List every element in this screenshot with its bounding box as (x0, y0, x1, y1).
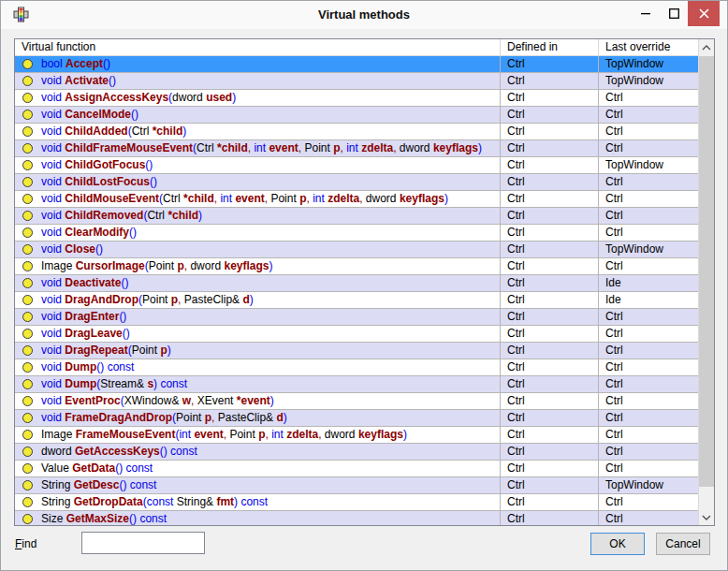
list-item[interactable]: String GetDropData(const String& fmt) co… (15, 494, 698, 511)
defined-in-cell: Ctrl (500, 56, 598, 72)
list-item[interactable]: void Dump(Stream& s) constCtrlCtrl (15, 376, 698, 393)
list-item[interactable]: void Close()CtrlTopWindow (15, 242, 698, 258)
defined-in-cell: Ctrl (500, 191, 598, 207)
window-title: Virtual methods (1, 1, 727, 29)
method-icon (22, 480, 33, 490)
method-icon (22, 93, 33, 103)
method-signature: Value GetData() const (41, 461, 153, 476)
virtual-function-cell: void Activate() (15, 73, 500, 89)
defined-in-cell: Ctrl (500, 157, 598, 173)
chevron-down-icon (702, 515, 711, 520)
close-button[interactable] (688, 1, 720, 26)
list-item[interactable]: void DragLeave()CtrlCtrl (15, 326, 698, 343)
method-signature: void ClearModify() (41, 225, 137, 241)
last-override-cell: Ctrl (598, 393, 698, 409)
list-item[interactable]: void CancelMode()CtrlCtrl (15, 107, 698, 124)
list-item[interactable]: void ChildGotFocus()CtrlTopWindow (15, 157, 698, 174)
last-override-cell: Ctrl (598, 191, 698, 207)
column-header-virtual-function[interactable]: Virtual function (15, 39, 500, 55)
last-override-cell: TopWindow (598, 73, 698, 89)
list-item[interactable]: Image FrameMouseEvent(int event, Point p… (15, 427, 698, 444)
list-item[interactable]: void Activate()CtrlTopWindow (15, 73, 698, 90)
list-item[interactable]: dword GetAccessKeys() constCtrlCtrl (15, 444, 698, 461)
method-icon (22, 143, 33, 154)
list-item[interactable]: void FrameDragAndDrop(Point p, PasteClip… (15, 410, 698, 427)
method-icon (22, 413, 33, 423)
last-override-cell: Ctrl (598, 359, 698, 375)
vertical-scrollbar[interactable] (698, 39, 714, 525)
defined-in-cell: Ctrl (500, 326, 598, 342)
last-override-cell: Ctrl (598, 444, 698, 460)
method-icon (22, 514, 33, 524)
scrollbar-down-button[interactable] (699, 509, 714, 525)
virtual-function-cell: void CancelMode() (15, 107, 500, 123)
last-override-cell: TopWindow (598, 157, 698, 173)
last-override-cell: Ctrl (598, 124, 698, 139)
virtual-methods-list: Virtual function Defined in Last overrid… (14, 38, 715, 526)
last-override-cell: TopWindow (598, 477, 698, 493)
list-item[interactable]: void ChildFrameMouseEvent(Ctrl *child, i… (15, 140, 698, 157)
defined-in-cell: Ctrl (500, 90, 598, 106)
virtual-function-cell: Image CursorImage(Point p, dword keyflag… (15, 258, 500, 274)
list-item[interactable]: Image CursorImage(Point p, dword keyflag… (15, 258, 698, 275)
list-item[interactable]: void DragEnter()CtrlCtrl (15, 309, 698, 326)
scrollbar-up-button[interactable] (699, 39, 714, 55)
last-override-cell: Ctrl (598, 326, 698, 342)
last-override-cell: Ctrl (598, 140, 698, 156)
column-header-defined-in[interactable]: Defined in (500, 39, 598, 55)
list-item[interactable]: void AssignAccessKeys(dword used)CtrlCtr… (15, 90, 698, 107)
list-item[interactable]: String GetDesc() constCtrlTopWindow (15, 477, 698, 494)
method-icon (22, 59, 33, 69)
method-signature: void ChildFrameMouseEvent(Ctrl *child, i… (41, 140, 482, 156)
method-icon (22, 211, 33, 221)
method-icon (22, 463, 33, 474)
last-override-cell: Ctrl (598, 107, 698, 123)
virtual-function-cell: void FrameDragAndDrop(Point p, PasteClip… (15, 410, 500, 426)
list-item[interactable]: void ChildMouseEvent(Ctrl *child, int ev… (15, 191, 698, 208)
find-label-rest: ind (22, 537, 36, 550)
maximize-button[interactable] (660, 1, 688, 26)
find-input[interactable] (81, 532, 205, 554)
method-icon (22, 396, 33, 406)
list-item[interactable]: void ChildLostFocus()CtrlCtrl (15, 174, 698, 191)
method-icon (22, 362, 33, 373)
list-item[interactable]: Size GetMaxSize() constCtrlCtrl (15, 511, 698, 525)
list-item[interactable]: void ChildRemoved(Ctrl *child)CtrlCtrl (15, 208, 698, 225)
method-signature: void Dump() const (41, 359, 134, 375)
list-item[interactable]: Value GetData() constCtrlCtrl (15, 461, 698, 477)
virtual-function-cell: void Dump() const (15, 359, 500, 375)
last-override-cell: Ide (598, 292, 698, 308)
defined-in-cell: Ctrl (500, 343, 598, 359)
method-signature: Image CursorImage(Point p, dword keyflag… (41, 258, 272, 274)
list-item[interactable]: void Deactivate()CtrlIde (15, 275, 698, 292)
list-item[interactable]: void EventProc(XWindow& w, XEvent *event… (15, 393, 698, 410)
cancel-button[interactable]: Cancel (656, 533, 710, 555)
method-signature: void Activate() (41, 73, 116, 89)
last-override-cell: Ctrl (598, 258, 698, 274)
defined-in-cell: Ctrl (500, 376, 598, 392)
method-signature: dword GetAccessKeys() const (41, 444, 197, 460)
defined-in-cell: Ctrl (500, 494, 598, 510)
method-signature: Image FrameMouseEvent(int event, Point p… (41, 427, 407, 443)
column-header-last-override[interactable]: Last override (598, 39, 698, 55)
ok-button[interactable]: OK (590, 533, 645, 555)
last-override-cell: Ctrl (598, 511, 698, 525)
virtual-function-cell: void Close() (15, 242, 500, 257)
list-item[interactable]: void ChildAdded(Ctrl *child)CtrlCtrl (15, 124, 698, 140)
list-item[interactable]: void Dump() constCtrlCtrl (15, 359, 698, 376)
titlebar[interactable]: Virtual methods (1, 1, 727, 29)
method-icon (22, 345, 33, 356)
caption-buttons (632, 1, 720, 26)
defined-in-cell: Ctrl (500, 359, 598, 375)
method-signature: void Deactivate() (41, 275, 128, 291)
defined-in-cell: Ctrl (500, 309, 598, 325)
list-item[interactable]: void DragAndDrop(Point p, PasteClip& d)C… (15, 292, 698, 309)
minimize-button[interactable] (632, 1, 660, 26)
virtual-function-cell: Size GetMaxSize() const (15, 511, 500, 525)
list-item[interactable]: void DragRepeat(Point p)CtrlCtrl (15, 343, 698, 359)
defined-in-cell: Ctrl (500, 477, 598, 493)
list-item[interactable]: bool Accept()CtrlTopWindow (15, 56, 698, 73)
list-item[interactable]: void ClearModify()CtrlCtrl (15, 225, 698, 242)
scrollbar-thumb[interactable] (699, 56, 714, 487)
virtual-function-cell: void DragLeave() (15, 326, 500, 342)
